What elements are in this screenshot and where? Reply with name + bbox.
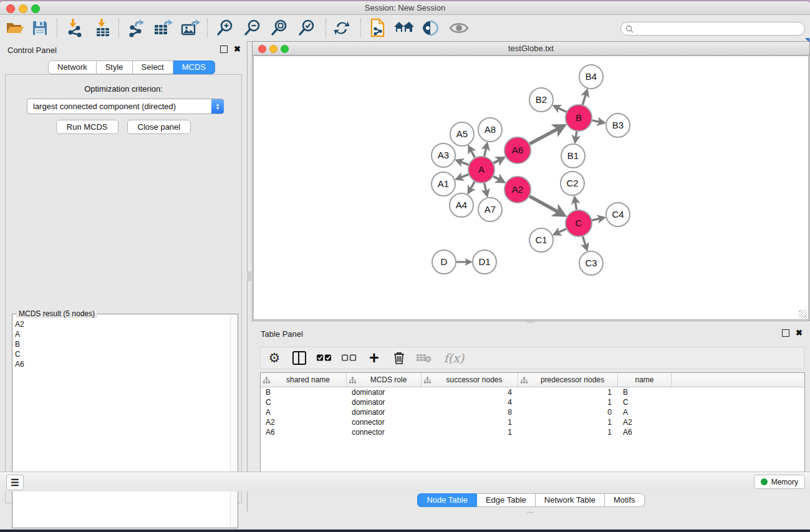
network-window-titlebar: testGlobe.txt xyxy=(253,42,809,56)
search-input[interactable] xyxy=(636,24,804,34)
table-cell: 1 xyxy=(422,427,518,437)
float-panel-icon[interactable] xyxy=(220,46,228,53)
open-file-icon[interactable] xyxy=(4,17,26,39)
tab-motifs[interactable]: Motifs xyxy=(605,493,645,507)
new-network-from-file-icon[interactable] xyxy=(367,17,389,39)
home-icon[interactable] xyxy=(393,17,415,39)
edge-A-A6[interactable] xyxy=(493,158,503,163)
close-table-panel-icon[interactable]: ✖ xyxy=(796,330,803,336)
column-header-shared-name[interactable]: shared name xyxy=(261,373,347,387)
mcds-result-item[interactable]: C xyxy=(15,349,230,359)
criterion-dropdown[interactable]: largest connected component (directed) ▲… xyxy=(27,99,224,114)
tab-mcds[interactable]: MCDS xyxy=(173,60,215,74)
edge-A-A8[interactable] xyxy=(485,144,487,157)
edge-B-B3[interactable] xyxy=(592,120,604,122)
status-bar: ☰ Memory xyxy=(0,472,810,491)
column-header-MCDS-role[interactable]: MCDS role xyxy=(347,373,422,387)
edge-C-C1[interactable] xyxy=(554,229,566,234)
zoom-selected-icon[interactable] xyxy=(296,17,318,39)
edge-C-C4[interactable] xyxy=(592,218,604,220)
column-header-name[interactable]: name xyxy=(618,373,672,387)
table-cell: dominator xyxy=(347,407,422,417)
export-network-icon[interactable] xyxy=(125,17,147,39)
mcds-result-item[interactable]: A xyxy=(15,329,230,339)
edge-A-A7[interactable] xyxy=(485,183,487,195)
node-label-B1: B1 xyxy=(567,150,579,161)
edge-A-A2[interactable] xyxy=(493,177,503,182)
paint-visual-style-icon[interactable] xyxy=(419,17,441,39)
float-table-panel-icon[interactable] xyxy=(782,329,789,337)
network-graph: B4B2BB3A8A5A6A3B1AC2A1A2A4A7C4CC1C3DD1 xyxy=(254,56,808,319)
main-titlebar: Session: New Session xyxy=(0,1,810,15)
tab-select[interactable]: Select xyxy=(133,60,173,74)
zoom-in-icon[interactable] xyxy=(214,17,236,39)
import-network-icon[interactable] xyxy=(64,17,86,39)
node-label-D: D xyxy=(441,256,448,267)
show-columns-icon[interactable] xyxy=(292,351,307,365)
dropdown-stepper-icon: ▲▼ xyxy=(211,99,224,114)
close-panel-button[interactable]: Close panel xyxy=(127,120,191,134)
mcds-result-list[interactable]: A2ABCA6 xyxy=(14,319,230,526)
zoom-out-icon[interactable] xyxy=(241,17,264,39)
mcds-result-item[interactable]: B xyxy=(15,339,230,349)
node-label-C2: C2 xyxy=(566,178,578,188)
node-label-C1: C1 xyxy=(535,235,547,245)
task-history-button[interactable]: ☰ xyxy=(6,475,24,490)
resize-grip-icon[interactable] xyxy=(799,310,807,318)
table-cell: C xyxy=(261,397,347,407)
node-label-B2: B2 xyxy=(536,94,547,105)
edge-C-C2[interactable] xyxy=(575,198,577,210)
table-cell: A6 xyxy=(618,427,672,437)
node-label-A2: A2 xyxy=(512,184,523,195)
close-panel-icon[interactable]: ✖ xyxy=(234,46,241,52)
export-image-icon[interactable] xyxy=(179,17,201,39)
export-table-icon[interactable] xyxy=(152,17,174,39)
run-mcds-button[interactable]: Run MCDS xyxy=(56,120,118,134)
table-header-row: shared nameMCDS rolesuccessor nodesprede… xyxy=(261,373,804,387)
edge-C-C3[interactable] xyxy=(583,236,587,249)
column-header-successor-nodes[interactable]: successor nodes xyxy=(422,373,518,387)
tab-network[interactable]: Network xyxy=(48,60,97,74)
edge-A-A3[interactable] xyxy=(457,160,468,165)
column-header-predecessor-nodes[interactable]: predecessor nodes xyxy=(518,373,618,387)
edge-B-B1[interactable] xyxy=(575,132,576,142)
deselect-all-icon[interactable] xyxy=(342,351,357,365)
tab-edge-table[interactable]: Edge Table xyxy=(477,493,536,507)
tab-node-table[interactable]: Node Table xyxy=(417,493,477,507)
mcds-result-item[interactable]: A6 xyxy=(15,359,230,369)
settings-gear-icon[interactable]: ⚙ xyxy=(267,351,282,365)
select-all-icon[interactable] xyxy=(317,351,332,365)
search-field[interactable] xyxy=(620,22,805,36)
refresh-icon[interactable] xyxy=(330,17,353,39)
memory-button[interactable]: Memory xyxy=(754,475,805,489)
eye-visibility-icon[interactable] xyxy=(448,17,470,39)
table-row[interactable]: Bdominator41B xyxy=(261,387,804,397)
edge-A2-C[interactable] xyxy=(529,196,563,215)
node-label-D1: D1 xyxy=(478,256,490,267)
table-row[interactable]: Adominator80A xyxy=(261,407,804,417)
save-session-icon[interactable] xyxy=(29,17,51,39)
tab-style[interactable]: Style xyxy=(97,60,133,74)
toolbar-separator xyxy=(57,19,57,37)
mcds-result-item[interactable]: A2 xyxy=(15,319,230,329)
search-icon xyxy=(625,25,634,33)
table-row[interactable]: A2connector11A2 xyxy=(261,417,804,427)
panel-divider-handle[interactable] xyxy=(247,271,251,281)
delete-column-icon[interactable] xyxy=(392,351,407,365)
network-canvas[interactable]: B4B2BB3A8A5A6A3B1AC2A1A2A4A7C4CC1C3DD1 xyxy=(253,56,809,320)
edge-A-A5[interactable] xyxy=(469,147,475,158)
edge-A-A1[interactable] xyxy=(457,175,468,179)
import-table-icon[interactable] xyxy=(91,17,113,39)
edge-A6-B[interactable] xyxy=(529,126,563,143)
node-label-A: A xyxy=(478,164,485,175)
edge-B-B2[interactable] xyxy=(554,106,566,112)
edge-A-A4[interactable] xyxy=(469,181,475,192)
zoom-fit-icon[interactable] xyxy=(268,17,291,39)
tab-network-table[interactable]: Network Table xyxy=(536,493,605,507)
table-row[interactable]: A6connector11A6 xyxy=(261,427,804,437)
add-column-icon[interactable]: + xyxy=(367,351,382,365)
result-scrollbar[interactable] xyxy=(230,315,237,527)
table-row[interactable]: Cdominator41C xyxy=(261,397,804,407)
table-tabs: Node Table Edge Table Network Table Moti… xyxy=(252,493,810,507)
edge-B-B4[interactable] xyxy=(582,91,587,105)
